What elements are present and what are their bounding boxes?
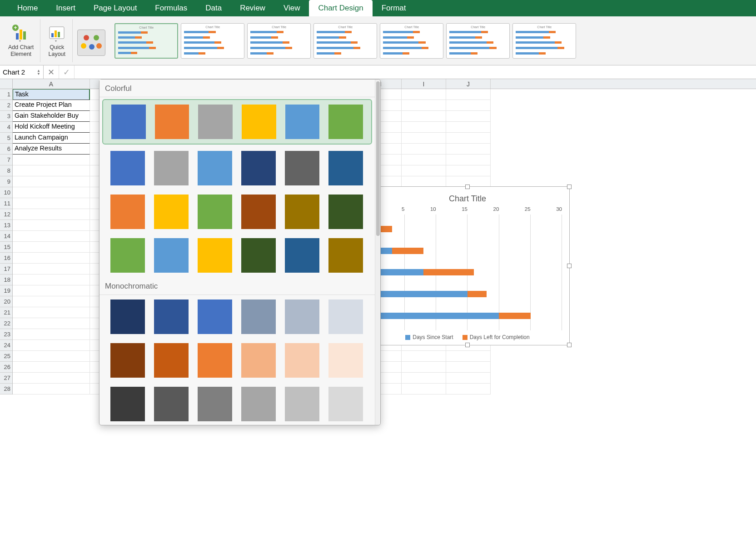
row-header[interactable]: 11	[0, 198, 12, 209]
cell[interactable]	[402, 133, 446, 144]
cell[interactable]	[402, 111, 446, 122]
cell[interactable]	[13, 253, 90, 264]
chart-style-thumb[interactable]: Chart Title	[446, 23, 510, 59]
ribbon-tab-insert[interactable]: Insert	[47, 0, 85, 16]
palette-scheme[interactable]	[102, 99, 372, 145]
row-header[interactable]: 20	[0, 296, 12, 307]
row-header[interactable]: 13	[0, 220, 12, 231]
row-header[interactable]: 5	[0, 133, 12, 144]
row-header[interactable]: 1	[0, 89, 12, 100]
row-header[interactable]: 2	[0, 100, 12, 111]
cell[interactable]	[13, 351, 90, 362]
chart-style-thumb[interactable]: Chart Title	[181, 23, 244, 59]
column-header[interactable]: I	[402, 79, 446, 89]
chart-object[interactable]: Chart Title 051015202530 Days Since Star…	[365, 186, 570, 345]
cell[interactable]	[402, 165, 446, 176]
cell[interactable]	[13, 220, 90, 231]
ribbon-tab-chart-design[interactable]: Chart Design	[309, 0, 372, 16]
row-header[interactable]: 25	[0, 351, 12, 362]
ribbon-tab-data[interactable]: Data	[196, 0, 231, 16]
cell[interactable]	[446, 384, 491, 394]
row-header[interactable]: 28	[0, 384, 12, 394]
row-header[interactable]: 24	[0, 340, 12, 351]
cell[interactable]	[446, 362, 491, 373]
cell[interactable]	[13, 296, 90, 307]
cell[interactable]	[446, 155, 491, 165]
cell[interactable]: Launch Campaign	[13, 133, 90, 144]
palette-scheme[interactable]	[99, 295, 375, 339]
cell[interactable]	[446, 89, 491, 100]
cell[interactable]	[13, 340, 90, 351]
cell[interactable]	[13, 373, 90, 384]
resize-handle[interactable]	[465, 343, 470, 347]
chart-style-thumb[interactable]: Chart Title	[313, 23, 377, 59]
cell[interactable]	[402, 176, 446, 187]
quick-layout-button[interactable]: Quick Layout	[45, 22, 69, 59]
cancel-formula-icon[interactable]: ✕	[44, 65, 59, 79]
cell[interactable]	[446, 351, 491, 362]
cell[interactable]: Task	[13, 89, 90, 100]
row-header[interactable]: 6	[0, 144, 12, 155]
resize-handle[interactable]	[567, 185, 572, 189]
select-all-corner[interactable]	[0, 79, 13, 89]
chart-style-thumb[interactable]: Chart Title	[512, 23, 576, 59]
row-header[interactable]: 3	[0, 111, 12, 122]
row-header[interactable]: 10	[0, 187, 12, 198]
ribbon-tab-review[interactable]: Review	[231, 0, 274, 16]
cell[interactable]: Create Project Plan	[13, 100, 90, 111]
palette-scheme[interactable]	[99, 190, 375, 234]
palette-scheme[interactable]	[99, 234, 375, 277]
row-header[interactable]: 16	[0, 253, 12, 264]
palette-scheme[interactable]	[99, 382, 375, 425]
row-header[interactable]: 22	[0, 318, 12, 329]
chart-style-thumb[interactable]: Chart Title	[114, 23, 178, 59]
row-header[interactable]: 26	[0, 362, 12, 373]
column-header[interactable]: A	[13, 79, 90, 89]
cell[interactable]	[13, 285, 90, 296]
cell[interactable]	[402, 144, 446, 155]
row-header[interactable]: 17	[0, 264, 12, 274]
change-colors-button[interactable]	[77, 30, 105, 56]
cell[interactable]	[402, 362, 446, 373]
cell[interactable]	[402, 155, 446, 165]
cell[interactable]	[13, 242, 90, 253]
cell[interactable]	[13, 384, 90, 394]
cell[interactable]	[13, 329, 90, 340]
cell[interactable]	[402, 100, 446, 111]
cell[interactable]	[446, 111, 491, 122]
name-box[interactable]: Chart 2 ▲▼	[0, 65, 44, 79]
confirm-formula-icon[interactable]: ✓	[59, 65, 75, 79]
name-box-spinner[interactable]: ▲▼	[37, 69, 40, 75]
cell[interactable]	[446, 165, 491, 176]
cell[interactable]: Gain Stakeholder Buy	[13, 111, 90, 122]
cell[interactable]	[402, 351, 446, 362]
ribbon-tab-page-layout[interactable]: Page Layout	[85, 0, 146, 16]
row-header[interactable]: 27	[0, 373, 12, 384]
cell[interactable]	[13, 264, 90, 274]
chart-legend[interactable]: Days Since StartDays Left for Completion	[373, 330, 562, 340]
resize-handle[interactable]	[567, 343, 572, 347]
cell[interactable]	[13, 274, 90, 285]
cell[interactable]	[13, 362, 90, 373]
resize-handle[interactable]	[465, 185, 470, 189]
column-header[interactable]: J	[446, 79, 491, 89]
cell[interactable]	[13, 176, 90, 187]
cell[interactable]	[402, 89, 446, 100]
ribbon-tab-view[interactable]: View	[274, 0, 309, 16]
cell[interactable]	[446, 133, 491, 144]
cell[interactable]	[13, 231, 90, 242]
cell[interactable]: Analyze Results	[13, 144, 90, 155]
cell[interactable]	[13, 198, 90, 209]
row-header[interactable]: 14	[0, 231, 12, 242]
add-chart-element-button[interactable]: + Add Chart Element	[5, 22, 36, 59]
cell[interactable]	[13, 307, 90, 318]
ribbon-tab-home[interactable]: Home	[8, 0, 47, 16]
chart-style-thumb[interactable]: Chart Title	[380, 23, 443, 59]
cell[interactable]	[13, 165, 90, 176]
row-header[interactable]: 9	[0, 176, 12, 187]
cell[interactable]	[13, 318, 90, 329]
cell[interactable]	[446, 144, 491, 155]
cell[interactable]	[446, 122, 491, 133]
palette-scheme[interactable]	[99, 146, 375, 190]
row-header[interactable]: 8	[0, 165, 12, 176]
